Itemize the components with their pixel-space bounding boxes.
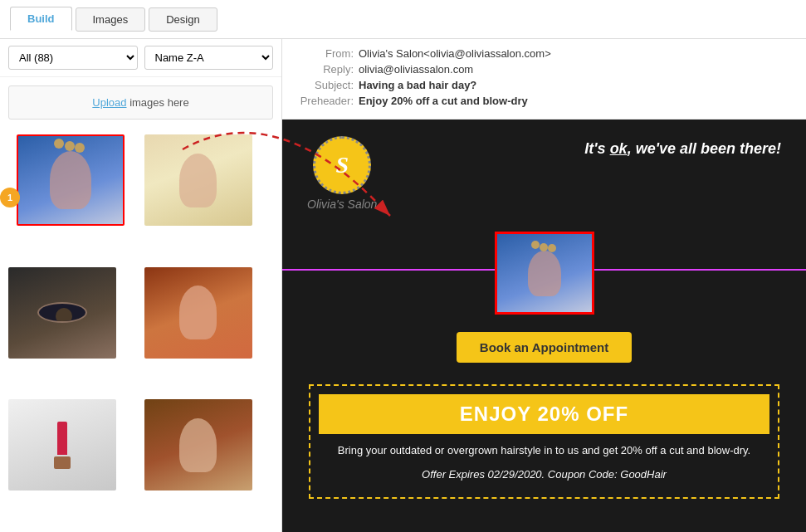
logo-circle: S: [313, 136, 371, 194]
coupon-section: ENJOY 20% OFF Bring your outdated or ove…: [309, 384, 780, 499]
image-thumb-4[interactable]: [144, 267, 252, 359]
logo-letter: S: [335, 152, 349, 178]
logo-area: S Olivia's Salon: [307, 136, 377, 211]
from-value: Olivia's Salon<olivia@oliviassalon.com>: [359, 47, 551, 60]
image-thumb-3[interactable]: [8, 267, 116, 359]
tab-build[interactable]: Build: [10, 7, 72, 32]
image-thumb-2[interactable]: [144, 134, 252, 226]
tab-images[interactable]: Images: [76, 7, 146, 32]
main-content: All (88) Name Z-A Upload images here 1: [0, 39, 806, 532]
toolbar: Build Images Design: [0, 0, 806, 39]
email-preview: S Olivia's Salon It's ok, we've all been…: [282, 120, 806, 532]
book-appointment-button[interactable]: Book an Appointment: [457, 332, 632, 363]
upload-area: Upload images here: [8, 85, 273, 120]
preheader-value: Enjoy 20% off a cut and blow-dry: [359, 95, 528, 107]
image-thumb-1[interactable]: [17, 134, 125, 226]
right-panel: From: Olivia's Salon<olivia@oliviassalon…: [282, 39, 806, 532]
preheader-label: Preheader:: [296, 95, 354, 107]
upload-text: images here: [129, 96, 189, 109]
filter-all-select[interactable]: All (88): [8, 46, 138, 70]
tab-design[interactable]: Design: [149, 7, 217, 32]
preview-image-section: [282, 219, 806, 319]
image-thumb-6[interactable]: [144, 399, 252, 491]
filter-row: All (88) Name Z-A: [0, 39, 281, 77]
reply-label: Reply:: [296, 63, 354, 76]
from-label: From:: [296, 47, 354, 60]
book-btn-section: Book an Appointment: [282, 319, 806, 376]
email-top-section: S Olivia's Salon It's ok, we've all been…: [282, 120, 806, 219]
images-grid: 1: [0, 128, 281, 532]
upload-link[interactable]: Upload: [92, 96, 126, 109]
image-thumb-5[interactable]: [8, 399, 116, 491]
tagline-ok: ok: [610, 140, 628, 157]
preview-image-box: [495, 232, 594, 315]
image-badge-1: 1: [0, 188, 20, 207]
tagline: It's ok, we've all been there!: [584, 140, 781, 158]
coupon-body: Bring your outdated or overgrown hairsty…: [319, 434, 770, 468]
subject-value: Having a bad hair day?: [359, 79, 476, 91]
coupon-header: ENJOY 20% OFF: [319, 394, 770, 434]
reply-value: olivia@oliviassalon.com: [359, 63, 473, 76]
coupon-expires: Offer Expires 02/29/2020. Coupon Code: G…: [319, 468, 770, 489]
left-panel: All (88) Name Z-A Upload images here 1: [0, 39, 282, 532]
email-header: From: Olivia's Salon<olivia@oliviassalon…: [282, 39, 806, 120]
subject-label: Subject:: [296, 79, 354, 91]
salon-name: Olivia's Salon: [307, 198, 377, 211]
filter-sort-select[interactable]: Name Z-A: [144, 46, 274, 70]
